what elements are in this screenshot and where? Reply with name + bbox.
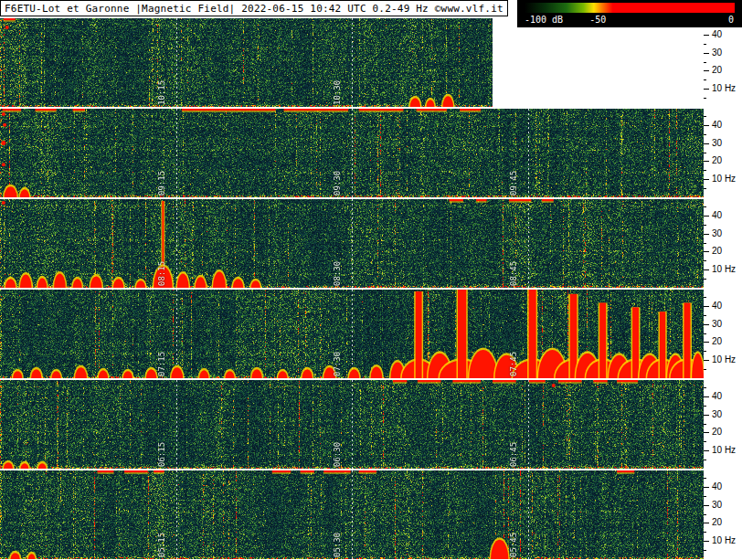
spectrogram-strip-hour-10: 10:1510:30 bbox=[0, 18, 493, 107]
freq-tick-minor bbox=[704, 98, 706, 99]
freq-tick-minor bbox=[704, 514, 706, 515]
title-text: F6ETU-Lot et Garonne |Magnetic Field| 20… bbox=[5, 3, 504, 15]
spectrogram-canvas-hour-10 bbox=[0, 18, 493, 107]
colorbar-label-mid: -50 bbox=[589, 15, 606, 25]
freq-tick-minor bbox=[704, 62, 706, 63]
freq-label: 40 bbox=[712, 482, 722, 491]
freq-label: 40 bbox=[712, 211, 722, 220]
freq-tick-minor bbox=[704, 44, 706, 45]
freq-tick-minor bbox=[704, 478, 706, 479]
freq-tick-minor bbox=[704, 460, 706, 460]
freq-tick-minor bbox=[704, 441, 706, 442]
freq-tick-minor bbox=[704, 153, 706, 153]
freq-tick-minor bbox=[704, 170, 706, 171]
freq-tick-major bbox=[704, 487, 709, 488]
freq-tick-minor bbox=[704, 225, 706, 226]
freq-tick-major bbox=[704, 306, 709, 307]
freq-tick-minor bbox=[704, 406, 706, 407]
freq-tick-major bbox=[704, 541, 709, 542]
colorbar-label-min: -100 dB bbox=[525, 15, 563, 25]
freq-tick-major bbox=[704, 523, 709, 523]
freq-tick-minor bbox=[704, 550, 706, 551]
spectrogram-strip-hour-06: 06:1506:3006:45 bbox=[0, 380, 704, 469]
freq-tick-minor bbox=[704, 188, 706, 189]
freq-tick-minor bbox=[704, 351, 706, 352]
freq-label: 30 bbox=[712, 48, 722, 58]
freq-label: 30 bbox=[712, 320, 722, 329]
vlf-spectrogram-page: F6ETU-Lot et Garonne |Magnetic Field| 20… bbox=[0, 0, 742, 560]
spectrogram-strip-hour-07: 07:1507:3007:45 bbox=[0, 290, 704, 378]
freq-tick-major bbox=[704, 269, 709, 270]
freq-tick-major bbox=[704, 396, 709, 397]
freq-label: 20 bbox=[712, 66, 722, 75]
spectrogram-canvas-hour-07 bbox=[0, 290, 704, 378]
spectrogram-canvas-hour-09 bbox=[0, 109, 704, 197]
freq-tick-minor bbox=[704, 424, 706, 425]
freq-label: 10 Hz bbox=[712, 174, 736, 184]
freq-label: 40 bbox=[712, 30, 722, 39]
freq-tick-major bbox=[704, 360, 709, 361]
freq-tick-minor bbox=[704, 387, 706, 388]
freq-tick-major bbox=[704, 179, 709, 180]
freq-label: 10 Hz bbox=[712, 355, 736, 365]
spectrogram-canvas-hour-08 bbox=[0, 199, 704, 288]
freq-label: 40 bbox=[712, 121, 722, 130]
freq-label: 20 bbox=[712, 156, 722, 165]
freq-tick-minor bbox=[704, 532, 706, 533]
freq-tick-major bbox=[704, 161, 709, 162]
freq-label: 10 Hz bbox=[712, 536, 736, 545]
freq-tick-minor bbox=[704, 206, 706, 207]
freq-tick-minor bbox=[704, 79, 706, 80]
freq-tick-major bbox=[704, 143, 709, 144]
freq-tick-minor bbox=[704, 134, 706, 135]
colorbar-labels: -100 dB -50 0 bbox=[525, 15, 735, 26]
spectrogram-strip-hour-08: 08:1508:3008:45 bbox=[0, 199, 704, 288]
freq-tick-minor bbox=[704, 243, 706, 244]
freq-label: 20 bbox=[712, 337, 722, 346]
freq-label: 20 bbox=[712, 428, 722, 437]
freq-tick-minor bbox=[704, 297, 706, 298]
colorbar-label-max: 0 bbox=[728, 15, 734, 25]
freq-tick-major bbox=[704, 324, 709, 325]
freq-tick-minor bbox=[704, 279, 706, 280]
freq-tick-major bbox=[704, 415, 709, 416]
freq-label: 40 bbox=[712, 301, 722, 311]
freq-label: 20 bbox=[712, 518, 722, 527]
freq-label: 40 bbox=[712, 392, 722, 401]
freq-label: 30 bbox=[712, 229, 722, 238]
spectrogram-strip-hour-05: 05:1505:3005:45 bbox=[0, 470, 704, 559]
spectrogram-canvas-hour-05 bbox=[0, 470, 704, 559]
freq-tick-major bbox=[704, 505, 709, 506]
freq-tick-major bbox=[704, 70, 709, 71]
freq-tick-major bbox=[704, 125, 709, 126]
spectrogram-canvas-hour-06 bbox=[0, 380, 704, 469]
freq-label: 30 bbox=[712, 410, 722, 419]
freq-tick-major bbox=[704, 234, 709, 235]
freq-tick-minor bbox=[704, 116, 706, 117]
freq-tick-minor bbox=[704, 496, 706, 497]
freq-tick-minor bbox=[704, 369, 706, 370]
colorbar-gradient bbox=[525, 3, 735, 13]
freq-tick-major bbox=[704, 251, 709, 252]
freq-label: 10 Hz bbox=[712, 265, 736, 274]
freq-tick-minor bbox=[704, 315, 706, 316]
freq-tick-major bbox=[704, 450, 709, 451]
freq-label: 20 bbox=[712, 247, 722, 256]
title-bar: F6ETU-Lot et Garonne |Magnetic Field| 20… bbox=[0, 0, 508, 16]
colorbar: -100 dB -50 0 bbox=[517, 0, 742, 27]
freq-label: 30 bbox=[712, 501, 722, 510]
freq-tick-minor bbox=[704, 260, 706, 261]
freq-tick-major bbox=[704, 89, 709, 90]
spectrogram-strip-hour-09: 09:1509:3009:45 bbox=[0, 109, 704, 197]
freq-label: 30 bbox=[712, 139, 722, 148]
freq-tick-major bbox=[704, 432, 709, 433]
freq-tick-minor bbox=[704, 333, 706, 334]
freq-tick-major bbox=[704, 53, 709, 54]
freq-tick-major bbox=[704, 342, 709, 343]
freq-label: 10 Hz bbox=[712, 446, 736, 455]
freq-tick-major bbox=[704, 35, 709, 36]
freq-label: 10 Hz bbox=[712, 84, 736, 93]
freq-tick-major bbox=[704, 216, 709, 217]
